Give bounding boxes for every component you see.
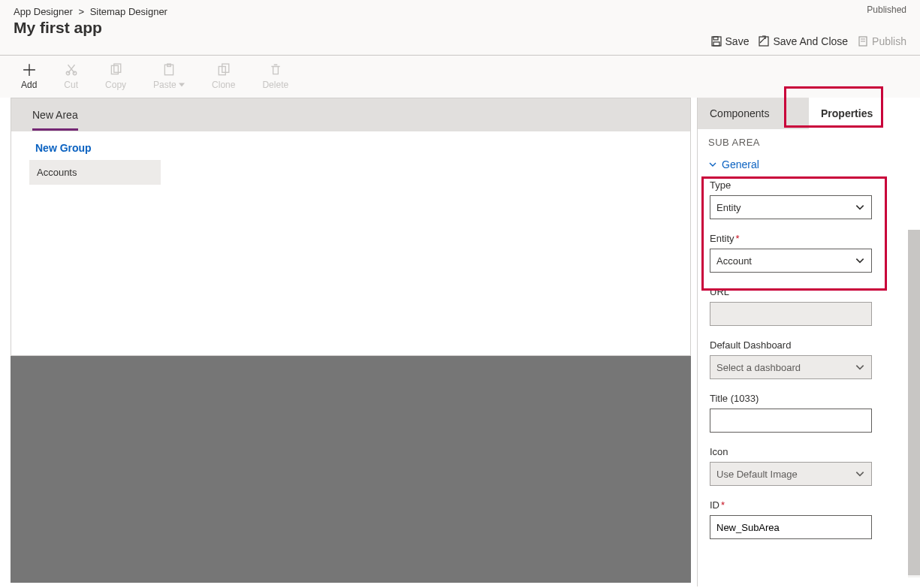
- field-type: Type Entity: [698, 179, 920, 233]
- publish-label: Publish: [872, 35, 906, 47]
- field-url: URL: [698, 286, 920, 339]
- svg-rect-1: [713, 37, 718, 40]
- save-close-label: Save And Close: [773, 35, 848, 47]
- url-input: [710, 302, 872, 326]
- breadcrumb-sep: >: [78, 6, 84, 17]
- delete-button: Delete: [262, 63, 288, 90]
- publish-button: Publish: [857, 35, 906, 47]
- tab-components[interactable]: Components: [698, 98, 809, 129]
- side-tabs: Components Properties: [698, 98, 920, 129]
- save-close-icon: [758, 35, 770, 47]
- clone-icon: [217, 63, 231, 77]
- cut-button: Cut: [64, 63, 78, 90]
- svg-rect-2: [713, 42, 719, 46]
- chevron-down-icon: [855, 469, 865, 479]
- body: New Area New Group Accounts Components P…: [0, 98, 920, 586]
- copy-button: Copy: [105, 63, 126, 90]
- entity-value: Account: [716, 255, 752, 267]
- app-title: My first app: [14, 19, 906, 37]
- type-select[interactable]: Entity: [710, 195, 872, 219]
- tab-properties[interactable]: Properties: [809, 98, 920, 129]
- section-general-label: General: [722, 158, 759, 170]
- id-label: ID*: [710, 499, 908, 511]
- field-id: ID*: [698, 499, 920, 553]
- title-input[interactable]: [710, 409, 872, 433]
- dashboard-placeholder: Select a dashboard: [716, 362, 801, 373]
- breadcrumb-current: Sitemap Designer: [90, 6, 167, 17]
- copy-label: Copy: [105, 80, 126, 90]
- icon-value: Use Default Image: [716, 469, 798, 480]
- field-entity: Entity* Account: [698, 233, 920, 286]
- properties-body: SUB AREA General Type Entity Entity* Acc…: [698, 129, 920, 586]
- publish-icon: [857, 35, 869, 47]
- type-label: Type: [710, 179, 908, 191]
- save-label: Save: [725, 35, 750, 47]
- paste-label: Paste: [153, 80, 185, 90]
- type-value: Entity: [716, 202, 741, 213]
- field-icon: Icon Use Default Image: [698, 446, 920, 499]
- scrollbar-thumb[interactable]: [908, 230, 920, 575]
- area-bar: New Area: [11, 98, 690, 131]
- scrollbar[interactable]: [908, 230, 920, 577]
- header: App Designer > Sitemap Designer My first…: [0, 0, 920, 56]
- header-actions: Save Save And Close Publish: [710, 35, 906, 47]
- clone-button: Clone: [212, 63, 235, 90]
- icon-select[interactable]: Use Default Image: [710, 462, 872, 486]
- subarea-item[interactable]: Accounts: [29, 160, 161, 185]
- canvas-wrap: New Area New Group Accounts: [0, 98, 697, 586]
- canvas-empty-area: [11, 356, 691, 583]
- icon-label: Icon: [710, 446, 908, 457]
- plus-icon: [23, 63, 36, 77]
- trash-icon: [269, 63, 282, 77]
- chevron-down-icon: [855, 362, 865, 372]
- clone-label: Clone: [212, 80, 235, 90]
- url-label: URL: [710, 286, 908, 297]
- cut-label: Cut: [64, 80, 78, 90]
- id-input[interactable]: [710, 515, 872, 539]
- save-and-close-button[interactable]: Save And Close: [758, 35, 848, 47]
- entity-label: Entity*: [710, 233, 908, 244]
- entity-select[interactable]: Account: [710, 249, 872, 273]
- sitemap-canvas: New Area New Group Accounts: [11, 98, 691, 356]
- copy-icon: [109, 63, 122, 77]
- status-label: Published: [867, 5, 906, 15]
- title-label: Title (1033): [710, 393, 908, 404]
- chevron-down-icon: [855, 202, 865, 213]
- section-general[interactable]: General: [698, 155, 920, 179]
- dashboard-label: Default Dashboard: [710, 339, 908, 351]
- group-title[interactable]: New Group: [11, 131, 690, 160]
- breadcrumb-root[interactable]: App Designer: [14, 6, 73, 17]
- delete-label: Delete: [262, 80, 288, 90]
- field-dashboard: Default Dashboard Select a dashboard: [698, 339, 920, 393]
- paste-icon: [162, 63, 176, 77]
- field-title: Title (1033): [698, 393, 920, 446]
- panel-title: SUB AREA: [698, 129, 920, 155]
- chevron-down-icon: [708, 160, 717, 169]
- svg-rect-3: [759, 37, 768, 46]
- breadcrumb: App Designer > Sitemap Designer: [14, 6, 906, 17]
- area-tab[interactable]: New Area: [32, 100, 78, 131]
- cut-icon: [65, 63, 78, 77]
- save-button[interactable]: Save: [710, 35, 750, 47]
- chevron-down-icon: [855, 255, 865, 266]
- add-button[interactable]: Add: [21, 63, 37, 90]
- toolbar: Add Cut Copy Paste Clone Delete: [0, 56, 920, 98]
- save-icon: [710, 35, 722, 47]
- add-label: Add: [21, 80, 37, 90]
- side-panel: Components Properties SUB AREA General T…: [697, 98, 920, 586]
- paste-button: Paste: [153, 63, 185, 90]
- dashboard-select: Select a dashboard: [710, 355, 872, 379]
